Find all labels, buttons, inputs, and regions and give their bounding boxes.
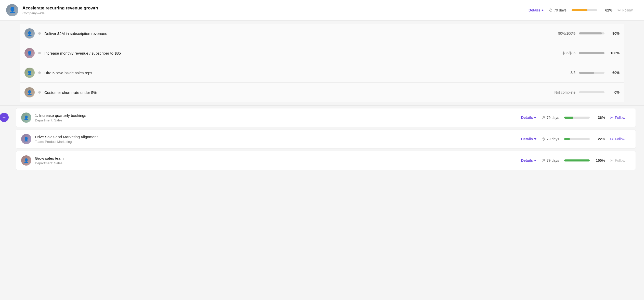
kr-bullet-0 <box>38 32 41 35</box>
obj-subtitle-2: Department: Sales <box>35 161 518 165</box>
add-objective-btn[interactable]: + <box>0 113 9 122</box>
obj-follow-btn-1[interactable]: ✂ Follow <box>610 137 630 142</box>
kr-avatar-3: 👤 <box>24 87 35 97</box>
objective-card-2: 👤 Grow sales team Department: Sales Deta… <box>16 151 636 170</box>
top-goal-progress-fill <box>572 9 587 11</box>
obj-percent-2: 100% <box>595 158 605 162</box>
kr-title-3: Customer churn rate under 5% <box>44 90 551 95</box>
add-section: + <box>4 106 10 174</box>
obj-avatar-1: 👤 <box>21 134 31 144</box>
kr-title-2: Hire 5 new inside sales reps <box>44 71 541 75</box>
obj-percent-1: 22% <box>595 137 605 141</box>
obj-details-btn-1[interactable]: Details <box>521 137 536 141</box>
top-goal-days: ⏱ 79 days <box>549 8 566 12</box>
obj-progress-bar-2 <box>564 159 590 161</box>
kr-row-2: 👤 Hire 5 new inside sales reps 3/5 60% <box>20 63 624 83</box>
kr-row-3: 👤 Customer churn rate under 5% Not compl… <box>20 83 624 102</box>
vertical-line <box>7 123 7 174</box>
clock-icon-2: ⏱ <box>542 158 545 163</box>
kr-progress-1 <box>579 52 604 54</box>
kr-fill-1 <box>579 52 604 54</box>
obj-days-0: ⏱ 79 days <box>542 116 559 120</box>
obj-meta-0: Details ⏱ 79 days 36% ✂ Follow <box>521 115 630 120</box>
kr-value-0: 90%/100% <box>545 31 575 35</box>
kr-percent-2: 60% <box>608 71 620 75</box>
kr-percent-1: 100% <box>608 51 620 55</box>
details-arrow-up-icon <box>541 9 544 11</box>
obj-details-arrow-icon-2 <box>534 160 536 161</box>
obj-subtitle-1: Team: Product Marketing <box>35 140 518 144</box>
kr-avatar-2: 👤 <box>24 68 35 78</box>
top-goal-details-btn[interactable]: Details <box>529 8 544 12</box>
obj-follow-btn-0[interactable]: ✂ Follow <box>610 115 630 120</box>
obj-follow-btn-2[interactable]: ✂ Follow <box>610 158 630 163</box>
obj-details-btn-2[interactable]: Details <box>521 158 536 162</box>
obj-title-0: 1. Increase quarterly bookings <box>35 113 518 118</box>
kr-title-0: Deliver $2M in subscription revenues <box>44 31 541 36</box>
clock-icon: ⏱ <box>549 8 553 12</box>
clock-icon-1: ⏱ <box>542 137 545 141</box>
kr-fill-0 <box>579 32 602 34</box>
obj-days-2: ⏱ 79 days <box>542 158 559 163</box>
kr-bullet-1 <box>38 52 41 54</box>
obj-info-2: Grow sales team Department: Sales <box>35 156 518 165</box>
obj-progress-fill-0 <box>564 117 573 119</box>
obj-progress-bar-0 <box>564 117 590 119</box>
kr-row-0: 👤 Deliver $2M in subscription revenues 9… <box>20 24 624 43</box>
kr-fill-2 <box>579 72 594 74</box>
kr-row-1: 👤 Increase monthly revenue / subscriber … <box>20 43 624 63</box>
avatar-image: 👤 <box>6 4 18 16</box>
obj-details-arrow-icon-1 <box>534 138 536 140</box>
top-goal-subtitle: Company-wide <box>22 11 524 15</box>
kr-avatar-0: 👤 <box>24 28 35 39</box>
top-goal-follow-btn[interactable]: ✂ Follow <box>617 8 638 13</box>
top-goal-avatar: 👤 <box>6 4 18 16</box>
kr-bullet-3 <box>38 91 41 94</box>
top-goal-meta: Details ⏱ 79 days 62% ✂ Follow <box>529 8 638 13</box>
obj-subtitle-0: Department: Sales <box>35 118 518 122</box>
kr-percent-3: 0% <box>608 90 620 94</box>
kr-progress-3 <box>579 91 604 93</box>
objectives-list: 👤 1. Increase quarterly bookings Departm… <box>12 106 640 172</box>
obj-info-0: 1. Increase quarterly bookings Departmen… <box>35 113 518 122</box>
follow-icon: ✂ <box>617 8 621 13</box>
kr-avatar-1: 👤 <box>24 48 35 58</box>
obj-days-1: ⏱ 79 days <box>542 137 559 141</box>
top-goal-title: Accelerate recurring revenue growth <box>22 6 524 11</box>
kr-value-1: $85/$85 <box>545 51 575 55</box>
kr-not-complete-3: Not complete <box>555 90 575 94</box>
obj-avatar-0: 👤 <box>21 112 31 123</box>
kr-progress-2 <box>579 72 604 74</box>
obj-details-btn-0[interactable]: Details <box>521 116 536 120</box>
obj-progress-fill-1 <box>564 138 570 140</box>
obj-progress-bar-1 <box>564 138 590 140</box>
obj-details-arrow-icon-0 <box>534 117 536 119</box>
obj-percent-0: 36% <box>595 116 605 120</box>
kr-percent-0: 90% <box>608 31 620 35</box>
obj-meta-1: Details ⏱ 79 days 22% ✂ Follow <box>521 137 630 142</box>
obj-follow-icon-1: ✂ <box>610 137 613 142</box>
kr-progress-0 <box>579 32 604 34</box>
page-container: 👤 Accelerate recurring revenue growth Co… <box>0 0 644 300</box>
obj-avatar-2: 👤 <box>21 155 31 166</box>
objectives-wrapper: + 👤 1. Increase quarterly bookings Depar… <box>0 106 644 174</box>
obj-info-1: Drive Sales and Marketing Alignment Team… <box>35 135 518 144</box>
objective-card-0: 👤 1. Increase quarterly bookings Departm… <box>16 108 636 127</box>
kr-value-2: 3/5 <box>545 71 575 75</box>
obj-progress-fill-2 <box>564 159 590 161</box>
top-goal-row: 👤 Accelerate recurring revenue growth Co… <box>0 0 644 21</box>
top-goal-info: Accelerate recurring revenue growth Comp… <box>22 6 524 15</box>
objective-card-1: 👤 Drive Sales and Marketing Alignment Te… <box>16 130 636 148</box>
clock-icon-0: ⏱ <box>542 116 545 120</box>
obj-follow-icon-0: ✂ <box>610 115 613 120</box>
obj-title-2: Grow sales team <box>35 156 518 160</box>
key-results-section: 👤 Deliver $2M in subscription revenues 9… <box>0 21 644 105</box>
top-goal-percent: 62% <box>602 8 612 12</box>
kr-bullet-2 <box>38 71 41 74</box>
obj-follow-icon-2: ✂ <box>610 158 613 163</box>
obj-title-1: Drive Sales and Marketing Alignment <box>35 135 518 139</box>
obj-meta-2: Details ⏱ 79 days 100% ✂ Follow <box>521 158 630 163</box>
top-goal-progress-bar <box>572 9 597 11</box>
add-icon: + <box>3 114 6 121</box>
kr-title-1: Increase monthly revenue / subscriber to… <box>44 51 541 55</box>
